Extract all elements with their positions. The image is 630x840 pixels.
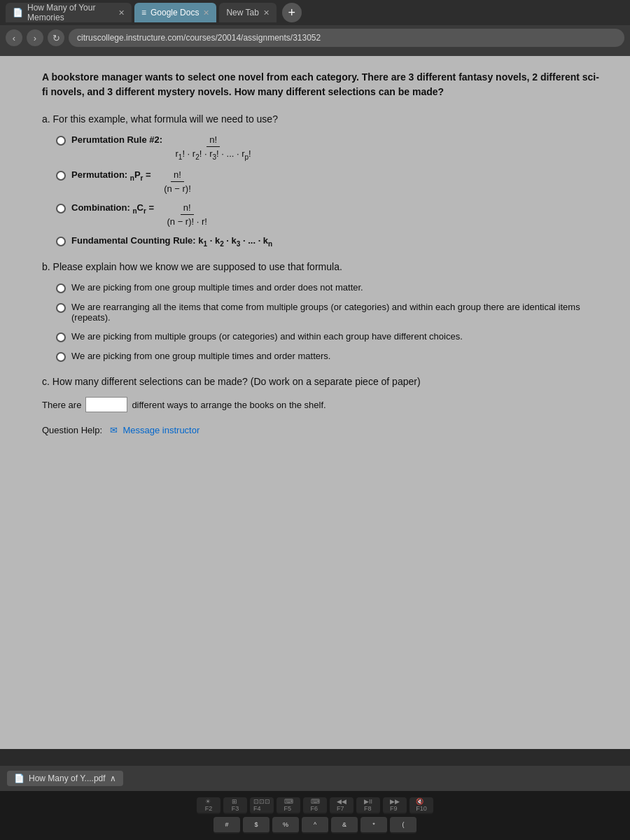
part-b-options: We are picking from one group multiple t…: [56, 282, 602, 362]
opt3-formula: n! (n − r)! · r!: [164, 202, 209, 227]
option-permutation-rule2[interactable]: Perumtation Rule #2: n! r1! · r2! · r3! …: [56, 134, 602, 161]
key-f3[interactable]: ⊞F3: [223, 797, 247, 814]
key-f10[interactable]: 🔇F10: [410, 797, 433, 814]
tab-google-icon: ≡: [141, 8, 146, 18]
part-b-option4[interactable]: We are picking from one group multiple t…: [56, 351, 602, 362]
part-a-label: a. For this example, what formula will w…: [42, 113, 602, 125]
radio-combination[interactable]: [56, 204, 66, 214]
part-c: c. How many different selections can be …: [42, 376, 602, 412]
option-fundamental[interactable]: Fundamental Counting Rule: k1 · k2 · k3 …: [56, 235, 602, 248]
tab-google-close[interactable]: ✕: [203, 8, 209, 18]
tab-google-docs[interactable]: ≡ Google Docs ✕: [134, 3, 216, 22]
tab-new-label: New Tab: [226, 8, 258, 18]
tab-memories-icon: 📄: [13, 8, 23, 18]
key-f9[interactable]: ▶▶F9: [383, 797, 407, 814]
key-caret[interactable]: ^: [302, 817, 328, 834]
part-a: a. For this example, what formula will w…: [42, 113, 602, 247]
tab-memories-close[interactable]: ✕: [118, 8, 125, 18]
part-b-opt2-text: We are rearranging all the items that co…: [71, 302, 602, 323]
question-intro: A bookstore manager wants to select one …: [42, 70, 602, 99]
tab-memories-label: How Many of Your Memories: [27, 3, 114, 22]
key-f4[interactable]: ⊡⊡⊡F4: [250, 797, 274, 814]
address-bar-row: ‹ › ↻ citruscollege.instructure.com/cour…: [0, 25, 630, 50]
part-b-option3[interactable]: We are picking from multiple groups (or …: [56, 331, 602, 342]
back-button[interactable]: ‹: [6, 29, 22, 46]
part-a-options: Perumtation Rule #2: n! r1! · r2! · r3! …: [56, 134, 602, 247]
address-bar[interactable]: citruscollege.instructure.com/courses/20…: [69, 29, 624, 47]
main-content: A bookstore manager wants to select one …: [0, 56, 630, 749]
option-permutation[interactable]: Permutation: nPr = n! (n − r)!: [56, 169, 602, 194]
key-f8[interactable]: ▶IIF8: [356, 797, 380, 814]
part-b-label: b. Please explain how we know we are sup…: [42, 261, 602, 272]
keyboard-row2: # $ % ^ & * (: [7, 817, 623, 834]
opt2-numerator: n!: [171, 169, 184, 182]
part-c-label: c. How many different selections can be …: [42, 376, 602, 387]
message-text: Message instructor: [122, 425, 200, 435]
radio-b1[interactable]: [56, 284, 66, 293]
option-fundamental-content: Fundamental Counting Rule: k1 · k2 · k3 …: [71, 235, 272, 248]
address-text: citruscollege.instructure.com/courses/20…: [77, 33, 321, 43]
bottom-file-icon: 📄: [14, 774, 24, 783]
part-b-option1[interactable]: We are picking from one group multiple t…: [56, 282, 602, 293]
option-combination[interactable]: Combination: nCr = n! (n − r)! · r!: [56, 202, 602, 227]
browser-chrome: 📄 How Many of Your Memories ✕ ≡ Google D…: [0, 0, 630, 56]
key-percent[interactable]: %: [272, 817, 299, 834]
forward-button[interactable]: ›: [27, 29, 43, 46]
question-help-label: Question Help:: [42, 425, 102, 435]
key-asterisk[interactable]: *: [360, 817, 387, 834]
tab-bar: 📄 How Many of Your Memories ✕ ≡ Google D…: [0, 0, 630, 25]
answer-input[interactable]: [85, 397, 127, 412]
part-b-opt4-text: We are picking from one group multiple t…: [71, 351, 330, 361]
opt1-denominator: r1! · r2! · r3! · ... · rp!: [172, 147, 253, 161]
tab-new-close[interactable]: ✕: [263, 8, 270, 18]
bottom-tab-chevron: ∧: [110, 774, 116, 783]
opt3-label: Combination: nCr =: [71, 202, 154, 213]
opt3-denominator: (n − r)! · r!: [164, 215, 209, 227]
tab-google-label: Google Docs: [150, 8, 199, 18]
refresh-button[interactable]: ↻: [48, 29, 64, 46]
bottom-file-label: How Many of Y....pdf: [29, 774, 106, 783]
key-f6[interactable]: ⌨F6: [303, 797, 327, 814]
option-permutation-rule2-content: Perumtation Rule #2: n! r1! · r2! · r3! …: [71, 134, 254, 161]
key-hash[interactable]: #: [214, 817, 240, 834]
key-f7[interactable]: ◀◀F7: [330, 797, 354, 814]
radio-b4[interactable]: [56, 352, 66, 362]
key-f2[interactable]: ☀F2: [197, 797, 220, 814]
there-are-row: There are different ways to arrange the …: [42, 397, 602, 412]
there-are-suffix: different ways to arrange the books on t…: [132, 400, 326, 410]
opt2-denominator: (n − r)!: [161, 182, 194, 194]
message-instructor-link[interactable]: ✉ Message instructor: [110, 425, 200, 435]
keyboard-row1: ☀F2 ⊞F3 ⊡⊡⊡F4 ⌨F5 ⌨F6 ◀◀F7 ▶IIF8 ▶▶F9 🔇F…: [7, 797, 623, 814]
part-b-opt3-text: We are picking from multiple groups (or …: [71, 331, 463, 342]
keyboard: ☀F2 ⊞F3 ⊡⊡⊡F4 ⌨F5 ⌨F6 ◀◀F7 ▶IIF8 ▶▶F9 🔇F…: [0, 791, 630, 840]
key-dollar[interactable]: $: [243, 817, 270, 834]
radio-fundamental[interactable]: [56, 237, 66, 246]
opt2-formula: n! (n − r)!: [161, 169, 194, 194]
option-permutation-content: Permutation: nPr = n! (n − r)!: [71, 169, 194, 194]
option-combination-content: Combination: nCr = n! (n − r)! · r!: [71, 202, 210, 227]
tab-new[interactable]: New Tab ✕: [219, 3, 276, 22]
key-ampersand[interactable]: &: [331, 817, 358, 834]
message-icon: ✉: [110, 425, 118, 435]
opt4-label: Fundamental Counting Rule: k1 · k2 · k3 …: [71, 235, 272, 246]
opt3-numerator: n!: [181, 202, 194, 215]
there-are-prefix: There are: [42, 400, 81, 410]
radio-permutation[interactable]: [56, 171, 66, 181]
new-tab-button[interactable]: +: [282, 3, 302, 22]
opt2-label: Permutation: nPr =: [71, 169, 151, 180]
key-lparen[interactable]: (: [390, 817, 416, 834]
tab-memories[interactable]: 📄 How Many of Your Memories ✕: [6, 3, 132, 22]
question-help: Question Help: ✉ Message instructor: [42, 425, 602, 435]
bottom-bar: 📄 How Many of Y....pdf ∧: [0, 766, 630, 791]
bottom-file-tab[interactable]: 📄 How Many of Y....pdf ∧: [7, 771, 123, 786]
opt1-formula: n! r1! · r2! · r3! · ... · rp!: [172, 134, 253, 161]
part-b-option2[interactable]: We are rearranging all the items that co…: [56, 302, 602, 323]
part-b: b. Please explain how we know we are sup…: [42, 261, 602, 362]
radio-permutation-rule2[interactable]: [56, 136, 66, 146]
key-f5[interactable]: ⌨F5: [276, 797, 300, 814]
opt1-numerator: n!: [206, 134, 220, 147]
part-b-opt1-text: We are picking from one group multiple t…: [71, 282, 363, 293]
opt1-label: Perumtation Rule #2:: [71, 134, 162, 145]
radio-b2[interactable]: [56, 303, 66, 313]
radio-b3[interactable]: [56, 332, 66, 342]
